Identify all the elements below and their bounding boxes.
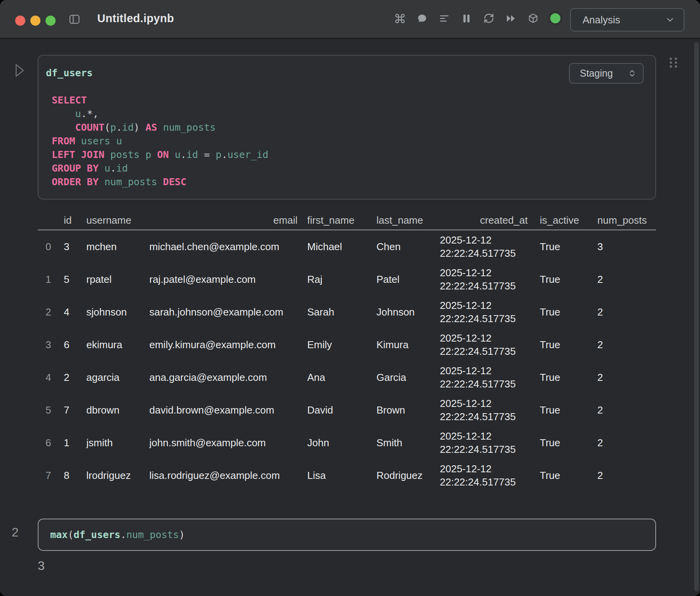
sql-code-editor[interactable]: df_users SELECT u.*, COUNT(p.id) AS num_… — [38, 56, 655, 189]
table-cell: Kimura — [376, 328, 440, 361]
column-header[interactable]: first_name — [307, 211, 376, 230]
dataframe-body: 03mchenmichael.chen@example.comMichaelCh… — [38, 230, 656, 492]
table-cell: Lisa — [307, 459, 376, 492]
table-cell: Rodriguez — [376, 459, 440, 492]
table-cell: david.brown@example.com — [149, 394, 307, 426]
cell-number: 2 — [12, 525, 19, 540]
table-cell: True — [540, 361, 597, 394]
column-header[interactable]: num_posts — [597, 211, 656, 230]
table-cell: Ana — [307, 361, 376, 394]
table-cell: True — [540, 426, 597, 459]
table-cell: michael.chen@example.com — [149, 230, 307, 263]
chevron-down-icon — [665, 15, 675, 25]
sql-cell: df_users SELECT u.*, COUNT(p.id) AS num_… — [38, 55, 656, 200]
fullscreen-button[interactable] — [46, 16, 56, 26]
table-cell: True — [540, 459, 597, 492]
column-header[interactable]: email — [149, 211, 307, 230]
table-cell: John — [307, 426, 376, 459]
table-cell: 4 — [38, 361, 64, 394]
table-cell: 2 — [64, 361, 86, 394]
table-cell: 2 — [597, 296, 656, 328]
table-cell: 2 — [597, 328, 656, 361]
code-line: u.*, — [46, 107, 655, 121]
code-line: FROM users u — [46, 134, 655, 148]
table-cell: 3 — [64, 230, 86, 263]
close-button[interactable] — [15, 16, 25, 26]
table-cell: 2025-12-1222:22:24.517735 — [440, 296, 540, 328]
table-cell: 2 — [597, 426, 656, 459]
table-cell: 6 — [64, 328, 86, 361]
table-cell: raj.patel@example.com — [149, 263, 307, 296]
table-cell: sarah.johnson@example.com — [149, 296, 307, 328]
column-header[interactable]: last_name — [376, 211, 440, 230]
python-code-editor[interactable]: max(df_users.num_posts) — [38, 528, 185, 542]
minimize-button[interactable] — [30, 16, 40, 26]
environment-select-value: Staging — [580, 68, 613, 79]
window-title: Untitled.ipynb — [97, 0, 174, 37]
table-cell: 2 — [597, 459, 656, 492]
notebook-area: df_users SELECT u.*, COUNT(p.id) AS num_… — [0, 39, 700, 596]
chat-icon[interactable] — [411, 7, 433, 30]
code-line: LEFT JOIN posts p ON u.id = p.user_id — [46, 148, 655, 161]
table-cell: 1 — [38, 263, 64, 296]
code-line: COUNT(p.id) AS num_posts — [46, 121, 655, 134]
table-cell: 1 — [64, 426, 86, 459]
table-cell: 6 — [38, 426, 64, 459]
status-dot-icon — [550, 13, 560, 23]
table-cell: 7 — [38, 459, 64, 492]
python-cell: max(df_users.num_posts) — [38, 519, 656, 551]
app-window: Untitled.ipynb — [0, 0, 700, 596]
table-cell: 2025-12-1222:22:24.517735 — [440, 394, 540, 426]
cell-output: 3 — [38, 559, 45, 573]
table-cell: Raj — [307, 263, 376, 296]
code-line: GROUP BY u.id — [46, 161, 655, 175]
table-cell: 2025-12-1222:22:24.517735 — [440, 426, 540, 459]
table-cell: 2025-12-1222:22:24.517735 — [440, 230, 540, 263]
table-cell: 4 — [64, 296, 86, 328]
column-header[interactable]: id — [64, 211, 86, 230]
column-header[interactable]: username — [86, 211, 149, 230]
refresh-icon[interactable] — [478, 7, 500, 30]
table-cell: Patel — [376, 263, 440, 296]
package-icon[interactable] — [522, 7, 544, 30]
table-cell: 2025-12-1222:22:24.517735 — [440, 328, 540, 361]
table-cell: mchen — [86, 230, 149, 263]
code-line: max(df_users.num_posts) — [50, 528, 185, 542]
align-lines-icon[interactable] — [433, 7, 455, 30]
table-cell: lisa.rodriguez@example.com — [149, 459, 307, 492]
mode-select[interactable]: Analysis — [570, 8, 684, 32]
mode-select-value: Analysis — [583, 14, 620, 26]
chevrons-up-down-icon — [628, 69, 637, 78]
column-header[interactable] — [38, 211, 64, 230]
table-cell: 3 — [38, 328, 64, 361]
command-icon[interactable] — [389, 7, 411, 30]
code-line — [46, 80, 655, 93]
table-cell: jsmith — [86, 426, 149, 459]
table-cell: True — [540, 230, 597, 263]
table-cell: emily.kimura@example.com — [149, 328, 307, 361]
toolbar — [389, 0, 566, 37]
table-cell: 5 — [38, 394, 64, 426]
kernel-status-indicator[interactable] — [544, 7, 566, 30]
table-cell: 2025-12-1222:22:24.517735 — [440, 361, 540, 394]
table-cell: 2 — [597, 263, 656, 296]
pause-icon[interactable] — [455, 7, 478, 30]
fast-forward-icon[interactable] — [500, 7, 522, 30]
code-line: df_users — [46, 66, 655, 80]
table-cell: Michael — [307, 230, 376, 263]
table-cell: 7 — [64, 394, 86, 426]
scrollbar-thumb[interactable] — [694, 42, 699, 591]
environment-select[interactable]: Staging — [569, 63, 644, 84]
table-cell: True — [540, 296, 597, 328]
cell-drag-handle[interactable] — [670, 58, 677, 68]
sidebar-toggle-icon[interactable] — [68, 13, 80, 27]
run-cell-button[interactable] — [15, 63, 25, 79]
table-cell: 2 — [597, 361, 656, 394]
table-cell: True — [540, 394, 597, 426]
table-cell: Sarah — [307, 296, 376, 328]
dataframe-header-row: idusernameemailfirst_namelast_namecreate… — [38, 211, 656, 230]
column-header[interactable]: is_active — [540, 211, 597, 230]
table-cell: 3 — [597, 230, 656, 263]
titlebar: Untitled.ipynb — [0, 0, 700, 39]
column-header[interactable]: created_at — [440, 211, 540, 230]
